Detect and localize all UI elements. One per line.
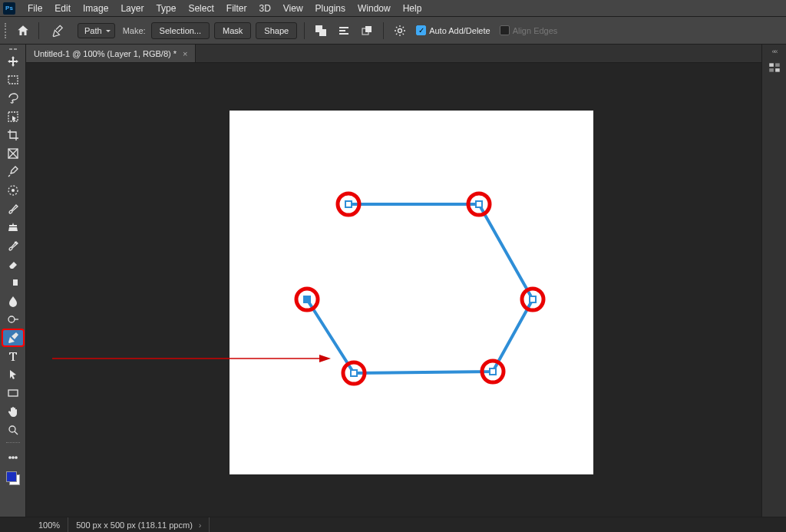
- gear-icon[interactable]: [390, 21, 410, 40]
- zoom-tool[interactable]: [2, 421, 24, 438]
- menu-window[interactable]: Window: [352, 1, 397, 16]
- menu-view[interactable]: View: [277, 1, 309, 16]
- canvas-viewport[interactable]: [26, 63, 761, 517]
- type-tool[interactable]: [2, 348, 24, 365]
- crop-tool[interactable]: [2, 127, 24, 144]
- path-drawing: [230, 111, 593, 474]
- color-swatches[interactable]: [6, 471, 20, 485]
- document-tab-title: Untitled-1 @ 100% (Layer 1, RGB/8) *: [34, 49, 177, 58]
- path-alignment-icon[interactable]: [334, 21, 354, 40]
- menu-layer[interactable]: Layer: [114, 1, 150, 16]
- dodge-tool[interactable]: [2, 311, 24, 328]
- foreground-color-swatch[interactable]: [6, 471, 17, 482]
- svg-point-7: [398, 28, 402, 32]
- anchor-point[interactable]: [304, 296, 310, 302]
- tools-panel: [0, 45, 26, 517]
- align-edges-checkbox: Align Edges: [500, 25, 558, 35]
- svg-rect-14: [8, 279, 13, 286]
- pen-tool[interactable]: [2, 329, 24, 346]
- document-tab[interactable]: Untitled-1 @ 100% (Layer 1, RGB/8) * ×: [26, 45, 196, 62]
- options-handle[interactable]: [5, 23, 9, 38]
- toolbar-handle[interactable]: [0, 46, 25, 52]
- check-icon: ✓: [416, 25, 426, 35]
- pen-path: [307, 204, 533, 373]
- home-button[interactable]: [12, 20, 34, 41]
- eraser-tool[interactable]: [2, 256, 24, 273]
- hand-tool[interactable]: [2, 403, 24, 420]
- svg-rect-3: [339, 30, 345, 31]
- gradient-tool[interactable]: [2, 274, 24, 291]
- options-bar: Path Make: Selection... Mask Shape ✓ Aut…: [0, 17, 786, 45]
- auto-add-delete-checkbox[interactable]: ✓ Auto Add/Delete: [416, 25, 490, 35]
- anchor-point[interactable]: [490, 368, 496, 375]
- menu-plugins[interactable]: Plugins: [309, 1, 352, 16]
- menu-help[interactable]: Help: [397, 1, 428, 16]
- menu-bar: Ps File Edit Image Layer Type Select Fil…: [0, 0, 786, 17]
- move-tool[interactable]: [2, 53, 24, 70]
- rectangle-tool[interactable]: [2, 385, 24, 401]
- svg-point-19: [12, 457, 13, 458]
- svg-rect-4: [339, 33, 348, 35]
- make-label: Make:: [123, 26, 146, 35]
- menu-select[interactable]: Select: [182, 1, 220, 16]
- path-operations-icon[interactable]: [311, 21, 331, 40]
- svg-rect-6: [365, 26, 372, 32]
- anchor-point[interactable]: [476, 201, 482, 207]
- menu-type[interactable]: Type: [150, 1, 182, 16]
- svg-rect-24: [775, 63, 780, 67]
- path-selection-tool[interactable]: [2, 366, 24, 383]
- canvas[interactable]: [230, 111, 593, 474]
- anchor-point[interactable]: [345, 201, 352, 207]
- document-area: Untitled-1 @ 100% (Layer 1, RGB/8) * ×: [26, 45, 761, 517]
- zoom-level[interactable]: 100%: [31, 517, 68, 532]
- menu-image[interactable]: Image: [77, 1, 114, 16]
- close-icon[interactable]: ×: [183, 49, 187, 58]
- svg-point-20: [15, 457, 16, 458]
- svg-rect-16: [8, 390, 18, 396]
- expand-panels-button[interactable]: [768, 48, 781, 54]
- chevron-right-icon: ›: [199, 520, 202, 530]
- spot-healing-tool[interactable]: [2, 182, 24, 199]
- svg-rect-25: [769, 68, 774, 72]
- svg-point-12: [12, 189, 15, 192]
- shape-button[interactable]: Shape: [256, 22, 297, 39]
- edit-toolbar[interactable]: [2, 449, 24, 466]
- eyedropper-tool[interactable]: [2, 164, 24, 180]
- document-dimensions[interactable]: 500 px x 500 px (118.11 ppcm) ›: [68, 517, 210, 532]
- document-tab-bar: Untitled-1 @ 100% (Layer 1, RGB/8) * ×: [26, 45, 761, 63]
- svg-rect-8: [8, 76, 18, 84]
- anchor-point[interactable]: [351, 370, 357, 376]
- menu-3d[interactable]: 3D: [253, 1, 276, 16]
- right-panel-collapsed: [761, 45, 786, 517]
- rectangular-marquee-tool[interactable]: [2, 71, 24, 88]
- check-icon: [500, 25, 510, 35]
- panel-icon[interactable]: [765, 58, 784, 77]
- svg-point-18: [8, 457, 10, 458]
- blur-tool[interactable]: [2, 292, 24, 309]
- menu-file[interactable]: File: [21, 1, 48, 16]
- svg-point-15: [8, 316, 15, 322]
- path-mode-value: Path: [84, 26, 102, 35]
- anchor-point[interactable]: [530, 296, 536, 302]
- svg-rect-1: [319, 29, 326, 36]
- mask-button[interactable]: Mask: [214, 22, 251, 39]
- clone-stamp-tool[interactable]: [2, 219, 24, 236]
- status-bar: 100% 500 px x 500 px (118.11 ppcm) ›: [0, 517, 786, 532]
- path-mode-dropdown[interactable]: Path: [78, 23, 115, 38]
- path-arrangement-icon[interactable]: [357, 21, 377, 40]
- frame-tool[interactable]: [2, 145, 24, 162]
- selection-button[interactable]: Selection...: [151, 22, 210, 39]
- svg-point-17: [9, 426, 15, 432]
- object-selection-tool[interactable]: [2, 108, 24, 125]
- pen-tool-indicator[interactable]: [47, 21, 70, 41]
- brush-tool[interactable]: [2, 200, 24, 217]
- history-brush-tool[interactable]: [2, 237, 24, 254]
- menu-filter[interactable]: Filter: [220, 1, 253, 16]
- svg-rect-23: [769, 63, 774, 67]
- svg-rect-2: [339, 27, 348, 28]
- lasso-tool[interactable]: [2, 90, 24, 107]
- app-logo: Ps: [3, 2, 15, 15]
- svg-rect-26: [775, 68, 780, 72]
- menu-edit[interactable]: Edit: [48, 1, 77, 16]
